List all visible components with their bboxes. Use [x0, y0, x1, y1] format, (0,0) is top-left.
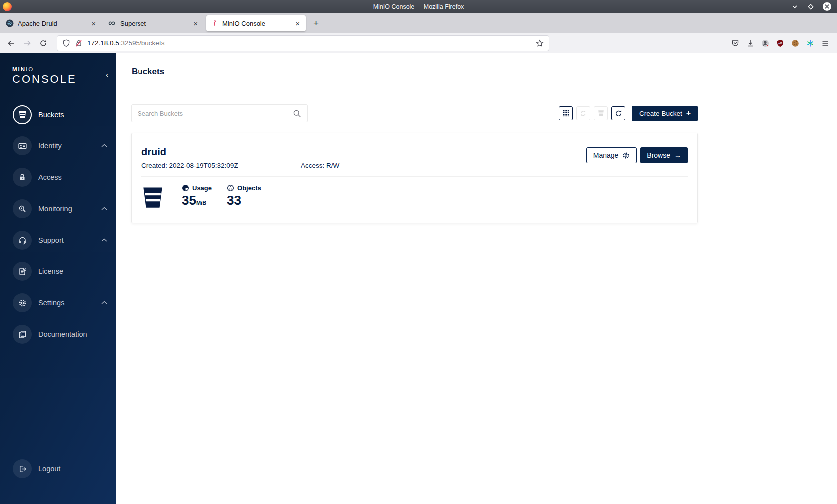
objects-value: 33	[227, 194, 261, 207]
sidebar-item-buckets[interactable]: Buckets	[0, 105, 116, 125]
minio-flamingo-tab-icon	[210, 19, 218, 27]
browser-tabbar: Apache Druid × Superset × MinIO Console …	[0, 13, 837, 33]
sidebar-item-label: Buckets	[38, 111, 64, 119]
window-minimize-button[interactable]	[791, 3, 799, 11]
sidebar-item-access[interactable]: Access	[0, 167, 116, 187]
create-bucket-button[interactable]: Create Bucket +	[632, 106, 698, 121]
bookmark-star-icon[interactable]	[536, 39, 544, 47]
page-title: Buckets	[132, 67, 164, 77]
sidebar-item-identity[interactable]: Identity	[0, 136, 116, 156]
downloads-icon[interactable]	[746, 39, 754, 47]
cookie-icon[interactable]	[791, 39, 799, 47]
sidebar-item-label: Documentation	[38, 330, 87, 338]
objects-icon	[227, 184, 234, 192]
tab-label: MinIO Console	[222, 20, 293, 27]
window-maximize-button[interactable]	[807, 3, 815, 11]
chevron-up-icon	[101, 207, 107, 211]
monitoring-search-icon	[13, 199, 32, 218]
ublock-origin-icon[interactable]: uO	[776, 39, 784, 47]
license-document-icon	[13, 262, 32, 281]
page-header: Buckets	[116, 53, 837, 90]
browse-button[interactable]: Browse →	[640, 147, 688, 163]
sidebar: MINIO CONSOLE ‹ Buckets Identity	[0, 53, 116, 504]
tab-close-button[interactable]: ×	[89, 20, 98, 27]
tab-minio-console[interactable]: MinIO Console ×	[206, 15, 306, 31]
sidebar-item-settings[interactable]: Settings	[0, 293, 116, 313]
sidebar-item-label: Monitoring	[38, 205, 72, 213]
bucket-card: druid Created: 2022-08-19T05:32:09Z Acce…	[131, 133, 698, 223]
bucket-icon	[13, 105, 32, 124]
usage-metric: Usage 35MiB	[182, 184, 212, 207]
documentation-icon	[13, 325, 32, 344]
sidebar-item-license[interactable]: License	[0, 261, 116, 281]
lock-icon	[13, 168, 32, 187]
insecure-lock-icon[interactable]	[75, 39, 83, 47]
reload-button[interactable]	[36, 36, 51, 51]
tab-close-button[interactable]: ×	[293, 20, 302, 27]
tab-label: Superset	[120, 20, 191, 27]
window-titlebar: MinIO Console — Mozilla Firefox	[0, 0, 837, 13]
tracking-shield-icon[interactable]	[62, 39, 70, 47]
logout-icon	[13, 459, 32, 478]
usage-pie-icon	[182, 184, 189, 192]
extension-icon[interactable]	[761, 39, 769, 47]
search-buckets-input[interactable]	[138, 110, 293, 117]
back-button[interactable]	[4, 36, 19, 51]
objects-label: Objects	[237, 184, 261, 192]
refresh-button[interactable]	[611, 106, 625, 120]
bucket-created: Created: 2022-08-19T05:32:09Z	[141, 162, 301, 169]
main-content: Buckets	[116, 53, 837, 504]
container-asterisk-icon[interactable]	[806, 39, 814, 47]
usage-label: Usage	[192, 184, 212, 192]
tab-apache-druid[interactable]: Apache Druid ×	[2, 15, 102, 31]
bucket-icon	[141, 184, 164, 211]
bucket-name: druid	[141, 146, 339, 158]
chevron-up-icon	[101, 144, 107, 148]
sidebar-item-label: Settings	[38, 299, 64, 307]
chevron-up-icon	[101, 301, 107, 305]
sidebar-item-label: Identity	[38, 142, 62, 150]
bucket-access: Access: R/W	[301, 162, 339, 169]
sidebar-collapse-button[interactable]: ‹	[106, 70, 108, 79]
id-card-icon	[13, 136, 32, 155]
chevron-up-icon	[101, 238, 107, 242]
delete-bucket-button[interactable]	[594, 106, 608, 120]
manage-button[interactable]: Manage	[586, 147, 637, 163]
url-text: 172.18.0.5:32595/buckets	[87, 39, 164, 47]
usage-value: 35	[182, 193, 196, 208]
new-tab-button[interactable]: +	[308, 17, 324, 30]
sidebar-item-label: Access	[38, 173, 62, 181]
replication-button[interactable]	[576, 106, 590, 120]
search-buckets-box	[131, 104, 308, 122]
url-bar[interactable]: 172.18.0.5:32595/buckets	[57, 35, 549, 51]
browser-toolbar: 172.18.0.5:32595/buckets uO	[0, 33, 837, 53]
grid-view-button[interactable]	[559, 106, 573, 120]
superset-tab-icon	[108, 19, 116, 27]
sidebar-item-support[interactable]: Support	[0, 230, 116, 250]
minio-console-logo: MINIO CONSOLE ‹	[0, 53, 116, 86]
window-close-button[interactable]	[823, 2, 831, 11]
card-divider	[141, 176, 688, 177]
tab-label: Apache Druid	[18, 20, 89, 27]
sidebar-item-label: Logout	[38, 465, 60, 473]
pocket-icon[interactable]	[731, 39, 739, 47]
window-title: MinIO Console — Mozilla Firefox	[0, 3, 837, 10]
svg-text:uO: uO	[778, 41, 782, 44]
forward-button[interactable]	[20, 36, 35, 51]
objects-metric: Objects 33	[227, 184, 261, 207]
sidebar-item-logout[interactable]: Logout	[0, 459, 116, 479]
sidebar-item-label: License	[38, 267, 63, 275]
tab-close-button[interactable]: ×	[191, 20, 200, 27]
druid-tab-icon	[6, 19, 14, 27]
menu-hamburger-icon[interactable]	[821, 39, 829, 47]
arrow-right-icon: →	[674, 151, 681, 159]
gear-icon	[622, 152, 630, 159]
sidebar-item-label: Support	[38, 236, 64, 244]
sidebar-item-monitoring[interactable]: Monitoring	[0, 199, 116, 219]
support-headset-icon	[13, 231, 32, 250]
usage-unit: MiB	[196, 200, 206, 206]
plus-icon: +	[686, 109, 691, 117]
search-icon	[293, 109, 301, 118]
sidebar-item-documentation[interactable]: Documentation	[0, 324, 116, 344]
tab-superset[interactable]: Superset ×	[104, 15, 204, 31]
